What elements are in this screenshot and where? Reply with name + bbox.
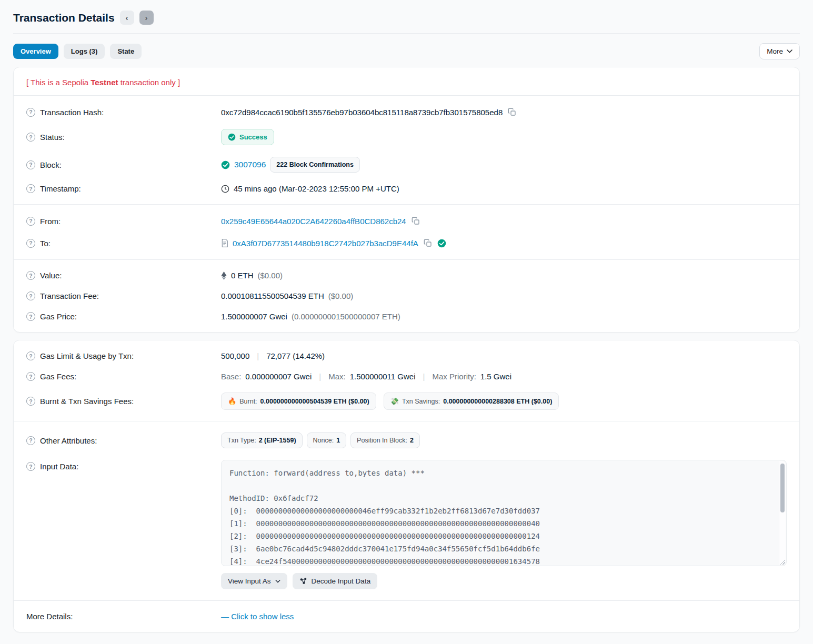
transaction-fee-amount: 0.000108115500504539 ETH [221,291,324,300]
input-data-label: Input Data: [40,462,78,471]
input-data-text: Function: forward(address to,bytes data)… [229,467,772,566]
input-data-buttons: View Input As Decode Input Data [221,573,787,589]
overview-card: [ This is a Sepolia Testnet transaction … [13,67,800,333]
copy-icon [411,217,420,225]
transaction-hash-label: Transaction Hash: [40,108,104,117]
copy-from-address-button[interactable] [410,216,421,226]
help-icon: ? [26,108,35,117]
contract-file-icon [221,239,228,247]
warning-suffix: transaction only ] [118,78,180,87]
txn-savings-label: Txn Savings: [402,398,440,405]
txn-type-label: Txn Type: [227,437,256,444]
base-fee-value: 0.000000007 Gwei [245,372,312,381]
help-icon: ? [26,133,35,142]
decode-nodes-icon [299,577,307,585]
gas-limit-value: 500,000 [221,351,249,360]
position-in-block-label: Position In Block: [357,437,407,444]
row-gas-limit: ?Gas Limit & Usage by Txn: 500,000 | 72,… [14,346,799,366]
money-wings-icon: 💸 [390,397,399,405]
separator: | [420,372,428,381]
row-other-attributes: ?Other Attributes: Txn Type: 2 (EIP-1559… [14,427,799,454]
check-circle-icon [228,133,236,141]
fire-icon: 🔥 [228,397,236,405]
position-in-block-value: 2 [410,437,414,444]
row-timestamp: ?Timestamp: 45 mins ago (Mar-02-2023 12:… [14,178,799,199]
row-status: ?Status: Success [14,123,799,151]
help-icon: ? [26,436,35,445]
ethereum-icon [221,271,227,280]
to-label: To: [40,239,51,248]
row-transaction-hash: ?Transaction Hash: 0xc72d984ccac6190b5f1… [14,101,799,123]
details-card: ?Gas Limit & Usage by Txn: 500,000 | 72,… [13,340,800,632]
chevron-right-icon: › [145,13,148,22]
transaction-fee-usd: ($0.00) [328,291,354,300]
from-address-link[interactable]: 0x259c49E65644a020C2A642260a4ffB0CD862cb… [221,217,406,226]
block-confirmations-label: 222 Block Confirmations [276,161,354,168]
from-label: From: [40,217,61,226]
row-transaction-fee: ?Transaction Fee: 0.000108115500504539 E… [14,286,799,306]
help-icon: ? [26,271,35,280]
view-input-as-label: View Input As [228,577,271,585]
help-icon: ? [26,291,35,300]
block-confirmations-badge: 222 Block Confirmations [270,157,360,173]
scrollbar-thumb[interactable] [780,464,785,512]
copy-to-address-button[interactable] [423,238,433,248]
page-title: Transaction Details [13,12,115,24]
input-data-textarea[interactable]: Function: forward(address to,bytes data)… [221,460,787,566]
gas-price-amount: 1.500000007 Gwei [221,312,287,321]
section-gas: ?Gas Limit & Usage by Txn: 500,000 | 72,… [14,340,799,421]
txn-savings-badge: 💸 Txn Savings: 0.000000000000288308 ETH … [384,393,559,410]
copy-icon [508,108,516,116]
tab-state[interactable]: State [110,44,142,59]
copy-icon [424,239,432,247]
status-badge: Success [221,129,274,145]
separator: | [254,351,262,360]
tab-overview[interactable]: Overview [13,44,58,59]
input-data-scrollbar[interactable] [779,461,786,565]
more-button-label: More [767,47,783,55]
page-header: Transaction Details ‹ › [13,0,800,34]
tab-logs[interactable]: Logs (3) [64,44,105,59]
block-number-link[interactable]: 3007096 [234,160,266,169]
row-block: ?Block: 3007096 222 Block Confirmations [14,151,799,178]
transaction-hash-value: 0xc72d984ccac6190b5f135576eb97b03604bc81… [221,108,503,117]
block-label: Block: [40,160,62,169]
warning-bold: Testnet [91,78,118,87]
more-button[interactable]: More [759,43,800,59]
max-fee-label: Max: [328,372,346,381]
nonce-badge: Nonce: 1 [307,432,347,448]
timestamp-value: 45 mins ago (Mar-02-2023 12:55:00 PM +UT… [234,184,399,193]
gas-limit-label: Gas Limit & Usage by Txn: [40,351,134,360]
position-in-block-badge: Position In Block: 2 [350,432,420,448]
view-input-as-button[interactable]: View Input As [221,573,287,589]
row-input-data: ?Input Data: Function: forward(address t… [14,454,799,595]
warning-prefix: [ This is a Sepolia [26,78,91,87]
to-address-link[interactable]: 0xA3f07D6773514480b918C2742b027b3acD9E44… [233,239,418,248]
section-from-to: ?From: 0x259c49E65644a020C2A642260a4ffB0… [14,205,799,259]
help-icon: ? [26,372,35,381]
show-less-link[interactable]: — Click to show less [221,612,294,621]
previous-transaction-button[interactable]: ‹ [120,11,134,25]
section-value-fees: ?Value: 0 ETH ($0.00) ?Transaction Fee: … [14,260,799,332]
gas-price-eth: (0.000000001500000007 ETH) [292,312,400,321]
row-gas-price: ?Gas Price: 1.500000007 Gwei (0.00000000… [14,306,799,327]
tabs: Overview Logs (3) State [13,44,142,59]
value-label: Value: [40,271,62,280]
copy-transaction-hash-button[interactable] [507,107,517,117]
decode-input-data-button[interactable]: Decode Input Data [293,573,378,589]
value-usd: ($0.00) [258,271,283,280]
help-icon: ? [26,184,35,193]
tabs-row: Overview Logs (3) State More [13,43,800,59]
next-transaction-button[interactable]: › [139,11,154,25]
gas-fees-label: Gas Fees: [40,372,76,381]
gas-price-label: Gas Price: [40,312,77,321]
resize-grip[interactable] [779,559,785,565]
status-label: Status: [40,133,65,142]
row-more-details: More Details: — Click to show less [14,606,799,627]
section-hash-status: ?Transaction Hash: 0xc72d984ccac6190b5f1… [14,96,799,204]
section-more-details: More Details: — Click to show less [14,601,799,632]
row-gas-fees: ?Gas Fees: Base: 0.000000007 Gwei | Max:… [14,366,799,387]
help-icon: ? [26,160,35,169]
help-icon: ? [26,312,35,321]
burnt-label: Burnt: [239,398,257,405]
